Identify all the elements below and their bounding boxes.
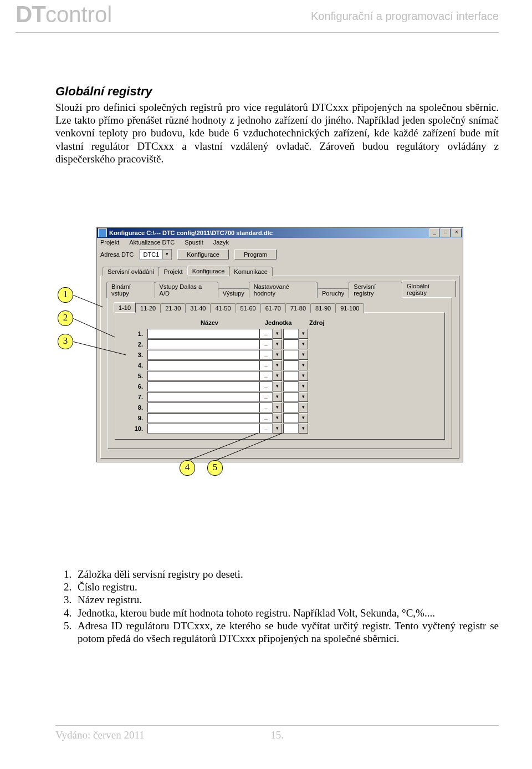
- tab-range-91-100[interactable]: 91-100: [335, 303, 364, 313]
- tab-komunikace[interactable]: Komunikace: [229, 267, 273, 276]
- source-value: [283, 329, 299, 339]
- source-dropdown-button[interactable]: ▾: [299, 403, 308, 412]
- tab-range-41-50[interactable]: 41-50: [210, 303, 236, 313]
- menu-bar: Projekt Aktualizace DTC Spustit Jazyk: [97, 238, 463, 247]
- name-input[interactable]: [147, 350, 259, 360]
- row-number: 6.: [126, 383, 147, 390]
- unit-dropdown-button[interactable]: ▾: [273, 392, 282, 402]
- source-value: [283, 360, 299, 370]
- tab-range-11-20[interactable]: 11-20: [135, 303, 161, 313]
- unit-cell-group: …▾: [259, 403, 283, 412]
- close-button[interactable]: ×: [452, 228, 462, 237]
- tab-projekt[interactable]: Projekt: [158, 267, 187, 276]
- tab-range-71-80[interactable]: 71-80: [285, 303, 311, 313]
- legend-item-1: Záložka děli servisní registry po deseti…: [74, 568, 499, 580]
- name-input[interactable]: [147, 329, 259, 339]
- callout-2: 2: [58, 310, 73, 326]
- tab-vystupy[interactable]: Výstupy: [218, 288, 249, 298]
- section-heading: Globální registry: [55, 84, 499, 99]
- tab-servisni-registry[interactable]: Servisní registry: [349, 282, 402, 298]
- source-dropdown-button[interactable]: ▾: [299, 339, 308, 349]
- callout-5-num: 5: [213, 462, 218, 472]
- footer-date: Vydáno: červen 2011: [55, 729, 145, 741]
- name-input[interactable]: [147, 424, 259, 434]
- unit-dropdown-button[interactable]: ▾: [273, 371, 282, 381]
- unit-dropdown-button[interactable]: ▾: [273, 424, 282, 434]
- maximize-button[interactable]: □: [441, 228, 451, 237]
- menu-aktualizace[interactable]: Aktualizace DTC: [129, 239, 175, 246]
- unit-dropdown-button[interactable]: ▾: [273, 339, 282, 349]
- tab-konfigurace-sel[interactable]: Konfigurace: [187, 266, 230, 276]
- name-input[interactable]: [147, 413, 259, 423]
- konfigurace-button[interactable]: Konfigurace: [177, 249, 229, 259]
- table-row: 6.…▾▾: [126, 381, 441, 391]
- source-dropdown-button[interactable]: ▾: [299, 392, 308, 402]
- unit-value: …: [259, 371, 273, 381]
- window-frame: Konfigurace C:\--- DTC config\2011\DTC70…: [96, 227, 463, 462]
- titlebar: Konfigurace C:\--- DTC config\2011\DTC70…: [97, 228, 463, 238]
- tab-range-51-60[interactable]: 51-60: [236, 303, 261, 313]
- tab-poruchy[interactable]: Poruchy: [317, 288, 349, 298]
- source-value: [283, 424, 299, 434]
- header-subtitle: Konfigurační a programovací interface: [311, 10, 499, 23]
- source-dropdown-button[interactable]: ▾: [299, 360, 308, 370]
- footer-date-value: červen 2011: [93, 729, 145, 741]
- unit-dropdown-button[interactable]: ▾: [273, 403, 282, 412]
- source-dropdown-button[interactable]: ▾: [299, 424, 308, 434]
- legend-item-3: Název registru.: [74, 593, 499, 606]
- tab-servisni-ovladani[interactable]: Servisní ovládání: [103, 267, 159, 276]
- minimize-button[interactable]: _: [429, 228, 439, 237]
- name-input[interactable]: [147, 339, 259, 349]
- addr-label: Adresa DTC: [100, 251, 134, 258]
- row-number: 1.: [126, 330, 147, 337]
- table-row: 7.…▾▾: [126, 391, 441, 402]
- addr-combo[interactable]: DTC1 ▾: [140, 249, 172, 260]
- source-dropdown-button[interactable]: ▾: [299, 381, 308, 391]
- source-dropdown-button[interactable]: ▾: [299, 350, 308, 360]
- menu-spustit[interactable]: Spustit: [185, 239, 203, 246]
- unit-cell-group: …▾: [259, 381, 283, 391]
- source-dropdown-button[interactable]: ▾: [299, 413, 308, 423]
- source-cell-group: ▾: [283, 413, 309, 423]
- footer-rule: [55, 725, 499, 726]
- name-input[interactable]: [147, 381, 259, 391]
- callout-5: 5: [207, 460, 223, 476]
- unit-value: …: [259, 381, 273, 391]
- row-number: 3.: [126, 352, 147, 358]
- unit-dropdown-button[interactable]: ▾: [273, 413, 282, 423]
- name-input[interactable]: [147, 392, 259, 402]
- logo-bold: DT: [16, 1, 45, 27]
- unit-dropdown-button[interactable]: ▾: [273, 360, 282, 370]
- menu-jazyk[interactable]: Jazyk: [213, 239, 229, 246]
- unit-dropdown-button[interactable]: ▾: [273, 350, 282, 360]
- tab-nastavovane[interactable]: Nastavované hodnoty: [249, 282, 318, 298]
- name-input[interactable]: [147, 360, 259, 370]
- table-row: 9.…▾▾: [126, 412, 441, 423]
- tab-range-31-40[interactable]: 31-40: [185, 303, 211, 313]
- name-input[interactable]: [147, 403, 259, 412]
- unit-dropdown-button[interactable]: ▾: [273, 329, 282, 339]
- source-value: [283, 350, 299, 360]
- tab-vstupy-dallas[interactable]: Vstupy Dallas a A/D: [155, 282, 218, 298]
- row-number: 5.: [126, 373, 147, 379]
- source-dropdown-button[interactable]: ▾: [299, 329, 308, 339]
- program-button[interactable]: Program: [234, 249, 277, 259]
- unit-value: …: [259, 339, 273, 349]
- tab-range-81-90[interactable]: 81-90: [310, 303, 336, 313]
- footer-page: 15.: [270, 729, 284, 741]
- tab-range-21-30[interactable]: 21-30: [160, 303, 186, 313]
- unit-cell-group: …▾: [259, 350, 283, 360]
- name-input[interactable]: [147, 371, 259, 381]
- tabbody-range: Název Jednotka Zdroj 1.…▾▾2.…▾▾3.…▾▾4.…▾…: [115, 312, 445, 440]
- column-headers: Název Jednotka Zdroj: [119, 316, 441, 328]
- tab-range-61-70[interactable]: 61-70: [260, 303, 286, 313]
- col-jednotka: Jednotka: [265, 319, 298, 326]
- source-dropdown-button[interactable]: ▾: [299, 371, 308, 381]
- tab-globalni-registry[interactable]: Globální registry: [402, 281, 456, 297]
- table-row: 10.…▾▾: [126, 423, 441, 434]
- tab-range-1-10[interactable]: 1-10: [114, 302, 136, 312]
- menu-projekt[interactable]: Projekt: [100, 239, 119, 246]
- tab-binarni-vstupy[interactable]: Binární vstupy: [106, 282, 155, 298]
- table-row: 1.…▾▾: [126, 328, 441, 339]
- unit-dropdown-button[interactable]: ▾: [273, 381, 282, 391]
